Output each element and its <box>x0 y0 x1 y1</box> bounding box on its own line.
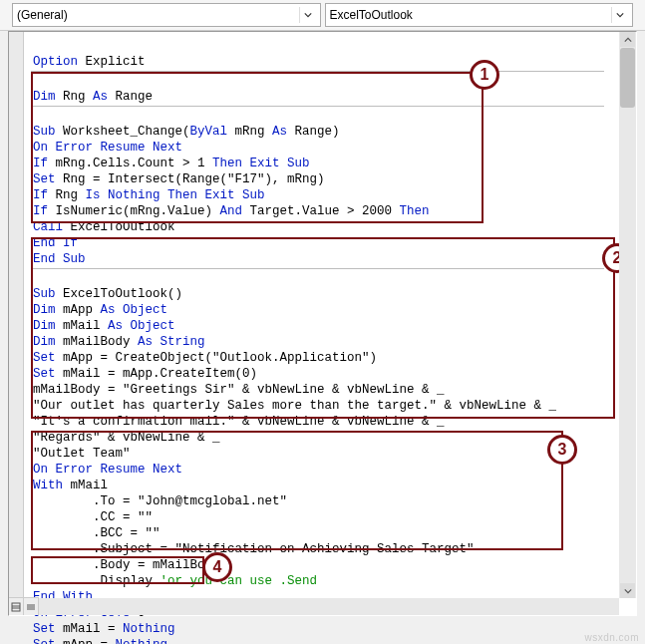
code-token: If <box>33 204 48 218</box>
code-token: On Error Resume Next <box>33 463 182 477</box>
procedure-dropdown[interactable]: ExcelToOutlook <box>325 3 634 27</box>
code-token: As <box>93 90 108 104</box>
code-token: Nothing <box>123 622 175 636</box>
code-token: "Outlet Team" <box>33 447 131 461</box>
code-token: Set <box>33 367 56 381</box>
annotation-badge-3: 3 <box>547 435 577 465</box>
object-dropdown-label: (General) <box>17 8 68 22</box>
code-token: Range <box>108 90 153 104</box>
code-token: mMail = mApp.CreateItem(0) <box>56 367 258 381</box>
vertical-scrollbar[interactable] <box>619 32 636 598</box>
full-module-view-button[interactable] <box>9 598 24 615</box>
code-token: 'or you can use .Send <box>161 574 318 588</box>
code-token: Dim <box>33 335 56 349</box>
procedure-dropdown-label: ExcelToOutlook <box>330 8 413 22</box>
code-token: Rng = Intersect(Range("F17"), mRng) <box>56 172 325 186</box>
code-token: As Object <box>108 319 175 333</box>
code-token: On Error Resume Next <box>33 141 182 155</box>
annotation-badge-1: 1 <box>470 60 499 90</box>
code-token: Set <box>33 172 56 186</box>
procedure-view-button[interactable] <box>24 598 39 615</box>
code-token: ExcelToOutlook <box>63 220 175 234</box>
scroll-thumb[interactable] <box>620 48 635 108</box>
code-token: As String <box>138 335 205 349</box>
code-token: End Sub <box>33 252 86 266</box>
svg-rect-0 <box>12 603 20 611</box>
code-token: If <box>33 157 48 170</box>
code-token: Sub <box>33 125 56 139</box>
horizontal-scrollbar[interactable] <box>39 598 619 615</box>
code-token: Explicit <box>78 55 146 69</box>
code-token: IsNumeric(mRng.Value) <box>48 204 220 218</box>
code-token: mRng <box>227 125 272 139</box>
chevron-down-icon <box>299 7 316 23</box>
code-token: Dim <box>33 90 56 104</box>
separator <box>31 268 604 269</box>
toolbar: (General) ExcelToOutlook <box>0 0 645 31</box>
code-token: As <box>272 125 287 139</box>
code-token: Worksheet_Change( <box>56 125 190 139</box>
code-token: "It's a confirmation mail." & vbNewLine … <box>33 415 445 429</box>
code-editor[interactable]: Option Explicit Dim Rng As Range Sub Wor… <box>8 31 637 616</box>
code-token: Is Nothing Then Exit Sub <box>86 188 265 202</box>
code-token: .Subject = "Notification on Achieving Sa… <box>33 542 475 556</box>
code-token: Option <box>33 55 78 69</box>
code-token: .CC = "" <box>33 510 153 524</box>
code-text[interactable]: Option Explicit Dim Rng As Range Sub Wor… <box>33 38 616 644</box>
code-token: mApp = <box>56 638 116 644</box>
code-token: Rng <box>48 188 86 202</box>
code-token: Nothing <box>116 638 168 644</box>
code-token: As Object <box>101 303 168 317</box>
code-token: End If <box>33 236 78 250</box>
code-token: mApp <box>56 303 101 317</box>
code-token: And <box>220 204 243 218</box>
object-dropdown[interactable]: (General) <box>12 3 321 27</box>
code-token: Dim <box>33 319 56 333</box>
code-token: mRng.Cells.Count > 1 <box>48 157 212 170</box>
code-token: Set <box>33 351 56 365</box>
code-token: Set <box>33 622 56 636</box>
code-token: .Body = mMailBody <box>33 558 220 572</box>
code-token: Call <box>33 220 63 234</box>
code-token: "Regards" & vbNewLine & _ <box>33 431 220 445</box>
scroll-up-button[interactable] <box>620 32 635 47</box>
code-token: ByVal <box>190 125 228 139</box>
code-token: If <box>33 188 48 202</box>
code-token: .BCC = "" <box>33 526 161 540</box>
code-token: Then Exit Sub <box>212 157 310 170</box>
code-token: With <box>33 479 63 492</box>
chevron-down-icon <box>611 7 628 23</box>
code-token: Target.Value > 2000 <box>242 204 400 218</box>
code-token: Dim <box>33 303 56 317</box>
margin-indicator-bar <box>9 32 24 615</box>
code-token: mMailBody = "Greetings Sir" & vbNewLine … <box>33 383 445 397</box>
view-buttons <box>9 597 39 615</box>
code-token: mApp = CreateObject("Outlook.Application… <box>56 351 378 365</box>
code-token: Rng <box>56 90 94 104</box>
separator <box>31 106 604 107</box>
code-token: Then <box>400 204 430 218</box>
code-token: ExcelToOutlook() <box>56 287 183 301</box>
code-token: mMail = <box>56 622 124 636</box>
watermark: wsxdn.com <box>584 632 639 643</box>
code-token: Set <box>33 638 56 644</box>
code-token: mMail <box>56 319 109 333</box>
code-token: mMail <box>63 479 108 492</box>
scroll-down-button[interactable] <box>620 583 635 598</box>
annotation-badge-4: 4 <box>202 552 232 582</box>
code-token: .To = "John@tmcglobal.net" <box>33 494 287 508</box>
code-token: "Our outlet has quarterly Sales more tha… <box>33 399 556 413</box>
separator <box>31 71 604 72</box>
code-token: Sub <box>33 287 56 301</box>
code-token: .Display <box>33 574 161 588</box>
code-token: mMailBody <box>56 335 139 349</box>
code-token: Range) <box>287 125 340 139</box>
